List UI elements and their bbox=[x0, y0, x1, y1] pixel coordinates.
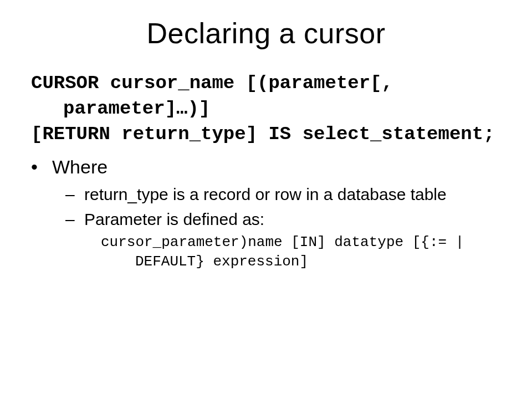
dash-mark: – bbox=[65, 208, 84, 231]
bullet-mark: • bbox=[31, 154, 52, 181]
syntax-line-2: [RETURN return_type] IS select_statement… bbox=[31, 122, 510, 147]
parameter-syntax: cursor_parameter)name [IN] datatype [{:=… bbox=[27, 233, 510, 272]
dash-mark: – bbox=[65, 183, 84, 206]
parameter-syntax-text: cursor_parameter)name [IN] datatype [{:=… bbox=[101, 233, 510, 272]
syntax-line-1: CURSOR cursor_name [(parameter[, paramet… bbox=[31, 71, 510, 122]
sub-item-parameter: – Parameter is defined as: bbox=[27, 208, 510, 231]
syntax-block: CURSOR cursor_name [(parameter[, paramet… bbox=[27, 71, 510, 147]
bullet-where: • Where bbox=[27, 154, 510, 181]
sub-text-1: return_type is a record or row in a data… bbox=[84, 183, 447, 206]
sub-text-2: Parameter is defined as: bbox=[84, 208, 264, 231]
slide-title: Declaring a cursor bbox=[22, 17, 510, 50]
sub-item-return-type: – return_type is a record or row in a da… bbox=[27, 183, 510, 206]
bullet-label: Where bbox=[52, 154, 108, 181]
slide-body: CURSOR cursor_name [(parameter[, paramet… bbox=[22, 71, 510, 272]
